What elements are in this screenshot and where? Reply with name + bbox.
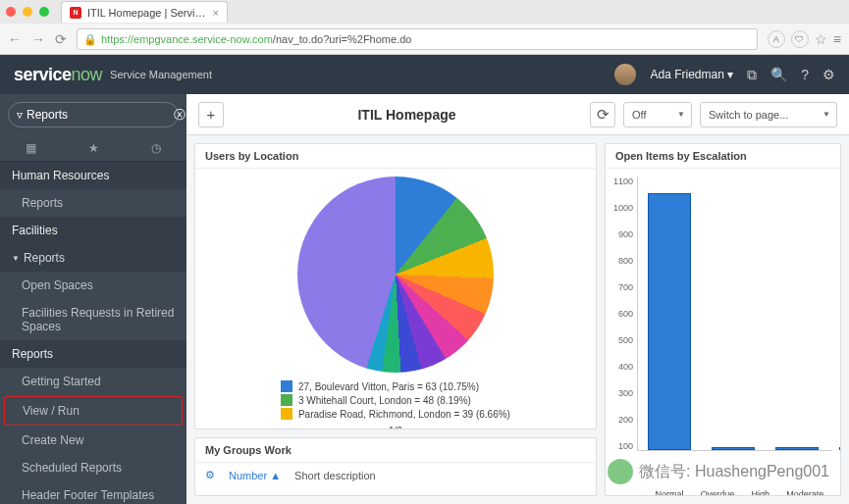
browser-chrome: N ITIL Homepage | ServiceN × ← → ⟳ 🔒 htt…	[0, 0, 849, 55]
back-icon[interactable]: ←	[8, 31, 22, 47]
x-tick: Moderate	[786, 489, 823, 496]
nav-tab-history-icon[interactable]: ◷	[151, 141, 161, 155]
logo-text: service	[14, 65, 72, 84]
y-tick: 200	[613, 415, 633, 425]
column-number[interactable]: Number ▲	[229, 470, 281, 481]
nav-header-reports[interactable]: Reports	[0, 244, 186, 272]
nav-module-facilities-requests-in-retired-spaces[interactable]: Facilities Requests in Retired Spaces	[0, 299, 186, 340]
nav-module-view-run[interactable]: View / Run	[4, 396, 183, 426]
y-tick: 1100	[613, 176, 633, 186]
reload-icon[interactable]: ⟳	[55, 31, 67, 47]
table-header: ⚙ Number ▲ Short description	[195, 463, 596, 487]
y-tick: 800	[613, 256, 633, 266]
x-tick: High	[752, 489, 770, 496]
bar-overdue[interactable]	[712, 447, 755, 450]
nav-module-getting-started[interactable]: Getting Started	[0, 368, 186, 395]
widget-users-by-location: Users by Location 27, Boulevard Vitton, …	[194, 143, 597, 429]
nav-module-header-footer-templates[interactable]: Header Footer Templates	[0, 481, 186, 504]
nav-module-scheduled-reports[interactable]: Scheduled Reports	[0, 454, 186, 481]
browser-tab[interactable]: N ITIL Homepage | ServiceN ×	[61, 1, 228, 23]
nav-sidebar: ▿ ⓧ ▦ ★ ◷ Human ResourcesReportsFaciliti…	[0, 94, 186, 504]
ext-icon[interactable]: 🛡	[791, 30, 809, 48]
homepage-toolbar: + ITIL Homepage ⟳ Off Switch to page...	[186, 94, 849, 135]
close-tab-icon[interactable]: ×	[213, 7, 219, 19]
legend-swatch	[281, 408, 292, 420]
y-tick: 400	[613, 362, 633, 372]
legend-label: 3 Whitehall Court, London = 48 (8.19%)	[298, 395, 471, 406]
pager-label: 1/6	[389, 426, 402, 429]
bar-chart[interactable]: 11001000900800700600500400300200100	[613, 176, 832, 487]
pager-prev-icon[interactable]: ▲	[375, 426, 385, 429]
y-tick: 1000	[613, 203, 633, 213]
personalize-icon[interactable]: ⚙	[205, 469, 215, 481]
maximize-window-icon[interactable]	[39, 7, 49, 17]
filter-icon: ▿	[17, 108, 23, 122]
url-field[interactable]: 🔒 https://empgvance.service-now.com /nav…	[77, 28, 758, 50]
user-name-label: Ada Friedman	[650, 68, 723, 81]
menu-icon[interactable]: ≡	[833, 31, 841, 47]
page-title: ITIL Homepage	[232, 107, 582, 123]
nav-module-reports[interactable]: Reports	[0, 189, 186, 217]
select-label: Switch to page...	[709, 109, 788, 121]
y-tick: 300	[613, 388, 633, 398]
bar-moderate[interactable]	[839, 447, 841, 450]
nav-tab-favorites-icon[interactable]: ★	[88, 141, 99, 155]
nav-module-create-new[interactable]: Create New	[0, 427, 186, 454]
legend-pager[interactable]: ▲ 1/6 ▼	[375, 426, 416, 429]
url-path: /nav_to.do?uri=%2Fhome.do	[273, 33, 412, 45]
header-subtitle: Service Management	[110, 69, 212, 80]
nav-app-human-resources[interactable]: Human Resources	[0, 162, 186, 189]
nav-app-facilities[interactable]: Facilities	[0, 217, 186, 244]
user-menu[interactable]: Ada Friedman ▾	[650, 68, 733, 81]
bar-normal[interactable]	[648, 193, 691, 450]
browser-tab-bar: N ITIL Homepage | ServiceN ×	[0, 0, 849, 24]
gear-icon[interactable]: ⚙	[822, 67, 835, 82]
legend-row[interactable]: 27, Boulevard Vitton, Paris = 63 (10.75%…	[281, 380, 510, 392]
bar-high[interactable]	[775, 447, 819, 450]
x-axis-labels: NormalOverdueHighModerate	[613, 489, 832, 496]
help-icon[interactable]: ?	[801, 67, 809, 82]
legend-row[interactable]: 3 Whitehall Court, London = 48 (8.19%)	[281, 394, 510, 406]
bookmark-icon[interactable]: ☆	[815, 31, 827, 47]
pager-next-icon[interactable]: ▼	[406, 426, 416, 429]
y-tick: 500	[613, 335, 633, 345]
widget-open-items-by-escalation: Open Items by Escalation Task Count 1100…	[605, 143, 841, 496]
y-tick: 700	[613, 282, 633, 292]
address-bar: ← → ⟳ 🔒 https://empgvance.service-now.co…	[0, 24, 849, 55]
content-frame: + ITIL Homepage ⟳ Off Switch to page... …	[186, 94, 849, 504]
clear-filter-icon[interactable]: ⓧ	[174, 107, 186, 124]
legend-row[interactable]: Paradise Road, Richmond, London = 39 (6.…	[281, 408, 510, 420]
nav-app-reports[interactable]: Reports	[0, 340, 186, 368]
url-host: https://empgvance.service-now.com	[101, 33, 273, 45]
y-axis: 11001000900800700600500400300200100	[613, 176, 637, 451]
window-controls[interactable]	[6, 7, 49, 17]
minimize-window-icon[interactable]	[23, 7, 32, 17]
pie-chart[interactable]	[297, 176, 494, 373]
nav-filter[interactable]: ▿ ⓧ	[8, 102, 179, 127]
refresh-interval-select[interactable]: Off	[623, 102, 692, 127]
nav-module-open-spaces[interactable]: Open Spaces	[0, 272, 186, 299]
column-short-description[interactable]: Short description	[294, 470, 376, 481]
forward-icon[interactable]: →	[31, 31, 45, 47]
nav-tab-all-icon[interactable]: ▦	[26, 141, 36, 155]
chat-icon[interactable]: ⧉	[747, 67, 757, 83]
nav-tabs: ▦ ★ ◷	[0, 135, 186, 162]
x-tick: Normal	[656, 489, 684, 496]
logo[interactable]: servicenow	[14, 65, 102, 85]
nav-list: Human ResourcesReportsFacilitiesReportsO…	[0, 162, 186, 504]
add-content-button[interactable]: +	[198, 102, 224, 127]
legend-label: 27, Boulevard Vitton, Paris = 63 (10.75%…	[298, 381, 479, 392]
close-window-icon[interactable]	[6, 7, 16, 17]
switch-page-select[interactable]: Switch to page...	[700, 102, 837, 127]
widget-title: Open Items by Escalation	[606, 144, 840, 169]
refresh-button[interactable]: ⟳	[590, 102, 615, 127]
widget-my-groups-work: My Groups Work ⚙ Number ▲ Short descript…	[194, 437, 597, 496]
y-tick: 900	[613, 229, 633, 239]
app-header: servicenow Service Management Ada Friedm…	[0, 55, 849, 94]
search-icon[interactable]: 🔍	[770, 67, 787, 82]
filter-input[interactable]	[27, 108, 174, 122]
avatar[interactable]	[614, 64, 636, 85]
ext-icon[interactable]: A	[768, 30, 785, 48]
extension-icons: A 🛡 ☆ ≡	[768, 30, 841, 48]
x-tick: Overdue	[701, 489, 735, 496]
